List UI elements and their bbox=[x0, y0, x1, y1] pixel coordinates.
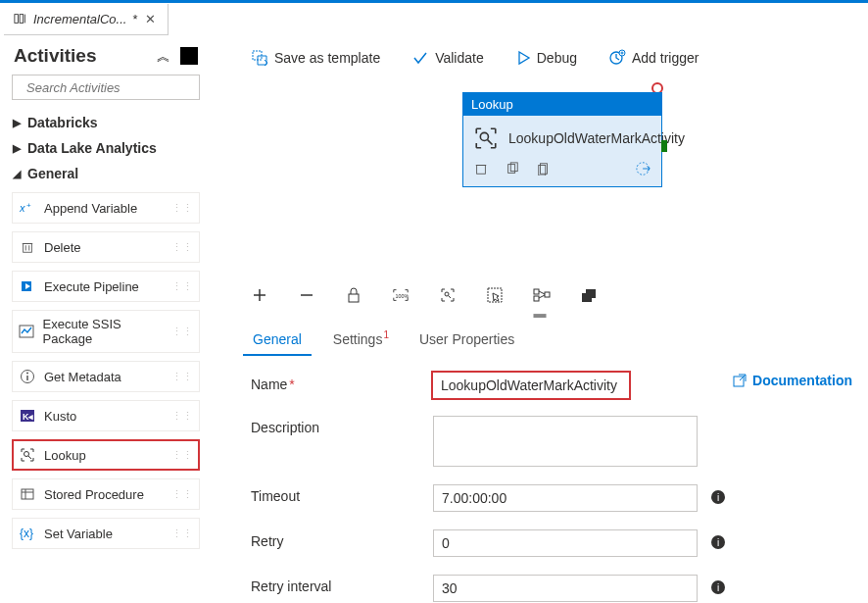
kusto-icon: K◂ bbox=[19, 407, 36, 425]
pipeline-canvas[interactable]: Lookup LookupOldWaterMarkActivity bbox=[212, 80, 868, 276]
retry-interval-input[interactable] bbox=[433, 575, 698, 602]
collapse-sidebar-icon[interactable]: ︽ bbox=[157, 49, 170, 63]
svg-text:{x}: {x} bbox=[20, 527, 33, 540]
trigger-icon bbox=[608, 49, 626, 67]
svg-text:x: x bbox=[20, 202, 25, 214]
properties-tabs: General Settings1 User Properties bbox=[212, 320, 868, 355]
grip-icon: ⋮⋮ bbox=[171, 202, 193, 215]
tab-label: User Properties bbox=[419, 331, 514, 347]
lookup-node[interactable]: Lookup LookupOldWaterMarkActivity bbox=[462, 92, 662, 187]
retry-label: Retry bbox=[251, 529, 425, 549]
timeout-input[interactable] bbox=[433, 484, 698, 512]
zoom-fit-button[interactable] bbox=[439, 286, 457, 304]
info-icon bbox=[19, 368, 36, 385]
tab-title: IncrementalCo... bbox=[33, 12, 126, 26]
activity-delete[interactable]: Delete ⋮⋮ bbox=[12, 231, 200, 263]
group-label: Data Lake Analytics bbox=[27, 140, 157, 156]
lookup-icon bbox=[473, 126, 499, 151]
lock-button[interactable] bbox=[345, 286, 362, 304]
svg-rect-49 bbox=[534, 289, 539, 294]
grip-icon: ⋮⋮ bbox=[171, 280, 193, 293]
sidebar-title: Activities bbox=[14, 45, 96, 67]
activity-label: Delete bbox=[44, 240, 81, 255]
svg-text:100%: 100% bbox=[396, 293, 410, 299]
node-title: LookupOldWaterMarkActivity bbox=[508, 130, 685, 146]
svg-line-32 bbox=[488, 140, 493, 145]
name-input[interactable] bbox=[433, 373, 627, 398]
svg-rect-44 bbox=[349, 294, 359, 302]
auto-align-button[interactable] bbox=[533, 286, 551, 304]
activities-search[interactable] bbox=[12, 75, 200, 100]
svg-line-20 bbox=[28, 456, 31, 459]
svg-rect-21 bbox=[22, 489, 33, 499]
layers-button[interactable] bbox=[580, 286, 598, 304]
tab-strip: IncrementalCo... * ✕ bbox=[0, 0, 868, 35]
copy-node-button[interactable] bbox=[536, 161, 552, 176]
activity-execute-pipeline[interactable]: Execute Pipeline ⋮⋮ bbox=[12, 271, 200, 302]
pipeline-icon bbox=[14, 12, 27, 25]
activities-search-input[interactable] bbox=[24, 79, 194, 96]
svg-rect-1 bbox=[20, 15, 24, 24]
svg-marker-26 bbox=[519, 52, 529, 64]
activity-kusto[interactable]: K◂ Kusto ⋮⋮ bbox=[12, 400, 200, 431]
activities-sidebar: Activities ︽ ▶Databricks ▶Data Lake Anal… bbox=[0, 35, 212, 603]
tab-general[interactable]: General bbox=[251, 326, 304, 355]
clone-node-button[interactable] bbox=[505, 161, 520, 176]
group-label: Databricks bbox=[27, 115, 98, 130]
validate-button[interactable]: Validate bbox=[411, 49, 484, 67]
activity-lookup[interactable]: Lookup ⋮⋮ bbox=[12, 439, 200, 471]
svg-rect-51 bbox=[545, 292, 550, 297]
activity-label: Get Metadata bbox=[44, 370, 121, 384]
external-link-icon bbox=[733, 374, 747, 387]
save-as-template-button[interactable]: Save as template bbox=[251, 49, 380, 67]
add-trigger-button[interactable]: Add trigger bbox=[608, 49, 699, 67]
activity-append-variable[interactable]: x+ Append Variable ⋮⋮ bbox=[12, 192, 200, 224]
group-general[interactable]: ◢General bbox=[12, 161, 200, 186]
name-label: Name* bbox=[251, 373, 425, 392]
svg-text:K◂: K◂ bbox=[23, 412, 34, 422]
activity-execute-ssis[interactable]: Execute SSIS Package ⋮⋮ bbox=[12, 310, 200, 353]
activity-get-metadata[interactable]: Get Metadata ⋮⋮ bbox=[12, 361, 200, 392]
svg-point-19 bbox=[24, 452, 29, 457]
activity-label: Lookup bbox=[44, 448, 86, 463]
svg-rect-33 bbox=[477, 166, 486, 175]
svg-rect-55 bbox=[586, 289, 596, 298]
select-button[interactable] bbox=[486, 286, 504, 304]
zoom-100-button[interactable]: 100% bbox=[392, 286, 410, 304]
info-icon[interactable]: i bbox=[711, 580, 725, 594]
svg-point-46 bbox=[445, 292, 449, 296]
pipeline-tab[interactable]: IncrementalCo... * ✕ bbox=[4, 4, 169, 35]
button-label: Add trigger bbox=[632, 50, 699, 66]
general-form: Name* Documentation Description Timeout … bbox=[212, 355, 868, 602]
info-icon[interactable]: i bbox=[711, 490, 725, 504]
description-input[interactable] bbox=[433, 416, 698, 467]
group-databricks[interactable]: ▶Databricks bbox=[12, 110, 200, 135]
activity-label: Set Variable bbox=[44, 527, 113, 541]
button-label: Validate bbox=[435, 50, 484, 66]
sidebar-view-toggle[interactable] bbox=[180, 47, 198, 65]
description-label: Description bbox=[251, 416, 425, 435]
retry-input[interactable] bbox=[433, 529, 698, 557]
zoom-out-button[interactable] bbox=[298, 286, 315, 304]
run-node-button[interactable] bbox=[636, 161, 651, 176]
zoom-in-button[interactable] bbox=[251, 286, 268, 304]
debug-button[interactable]: Debug bbox=[515, 50, 577, 66]
pipeline-run-icon bbox=[19, 277, 36, 295]
activity-set-variable[interactable]: {x} Set Variable ⋮⋮ bbox=[12, 518, 200, 549]
info-icon[interactable]: i bbox=[711, 535, 725, 549]
activity-label: Kusto bbox=[44, 409, 76, 424]
group-datalake[interactable]: ▶Data Lake Analytics bbox=[12, 135, 200, 161]
node-type-label: Lookup bbox=[463, 93, 661, 116]
success-connector[interactable] bbox=[661, 140, 667, 152]
tab-badge: 1 bbox=[383, 329, 389, 340]
close-tab-button[interactable]: ✕ bbox=[143, 12, 158, 26]
activity-stored-procedure[interactable]: Stored Procedure ⋮⋮ bbox=[12, 478, 200, 510]
tab-user-properties[interactable]: User Properties bbox=[417, 326, 516, 355]
svg-rect-7 bbox=[24, 244, 32, 253]
svg-text:+: + bbox=[26, 201, 31, 210]
activity-label: Append Variable bbox=[44, 201, 137, 216]
delete-node-button[interactable] bbox=[473, 161, 489, 176]
documentation-link[interactable]: Documentation bbox=[733, 373, 852, 388]
button-label: Save as template bbox=[274, 50, 380, 66]
tab-settings[interactable]: Settings1 bbox=[331, 326, 390, 355]
